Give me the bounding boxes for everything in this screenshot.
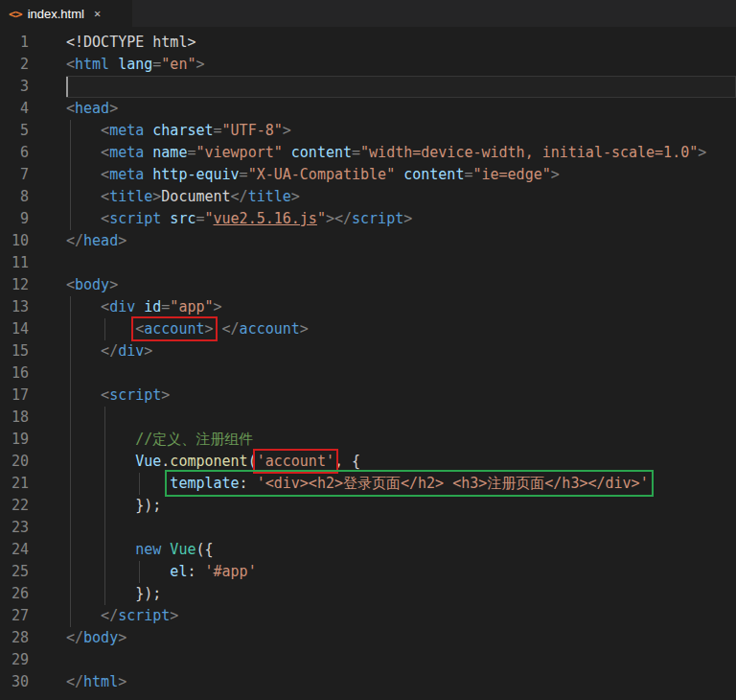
code-line-29[interactable]: 29 — [0, 649, 736, 671]
line-number: 23 — [0, 517, 29, 539]
token: content — [403, 166, 464, 183]
token: </ — [334, 210, 352, 227]
token: div — [109, 298, 135, 315]
token — [395, 166, 403, 183]
code-line-24[interactable]: 24new Vue({ — [0, 539, 736, 561]
token: ({ — [196, 541, 213, 558]
token: </ — [231, 188, 248, 205]
indent-guide — [104, 429, 105, 451]
code-text: </div> — [101, 340, 152, 362]
line-number: 14 — [0, 318, 29, 340]
code-text: <head> — [66, 98, 118, 120]
code-line-21[interactable]: 21template: '<div><h2>登录页面</h2> <h3>注册页面… — [0, 473, 736, 495]
token: html — [75, 56, 109, 73]
token: </ — [66, 629, 83, 646]
indent-guide — [70, 340, 71, 362]
green-annotation-box: template: '<div><h2>登录页面</h2> <h3>注册页面</… — [170, 475, 648, 492]
token: http-equiv — [152, 166, 239, 183]
indent-guide — [70, 362, 71, 385]
indent-guide — [70, 473, 71, 495]
token: > — [144, 342, 152, 360]
token: " — [317, 210, 326, 227]
token: > — [214, 298, 222, 315]
code-line-5[interactable]: 5<meta charset="UTF-8"> — [0, 120, 736, 142]
token: template — [170, 475, 239, 492]
tab-index-html[interactable]: <> index.html ✕ — [0, 0, 132, 27]
token — [144, 166, 152, 183]
code-text: </head> — [66, 230, 126, 252]
token: : — [240, 475, 248, 492]
token: id — [144, 298, 161, 315]
token: < — [66, 56, 75, 73]
code-text: <div id="app"> — [101, 296, 221, 318]
code-line-13[interactable]: 13<div id="app"> — [0, 296, 736, 318]
code-line-9[interactable]: 9<script src="vue2.5.16.js"></script> — [0, 208, 736, 230]
token: = — [214, 122, 222, 139]
token: " — [204, 210, 213, 227]
code-line-27[interactable]: 27</script> — [0, 605, 736, 627]
token: "ie=edge" — [472, 166, 550, 183]
code-text: <html lang="en"> — [66, 54, 205, 76]
line-number: 16 — [0, 362, 29, 385]
token: > — [170, 607, 178, 624]
token: . — [161, 453, 170, 470]
line-number: 7 — [0, 164, 29, 186]
code-line-7[interactable]: 7<meta http-equiv="X-UA-Compatible" cont… — [0, 164, 736, 186]
token: < — [101, 188, 109, 205]
red-annotation-box: <account> — [135, 320, 213, 338]
code-line-22[interactable]: 22}); — [0, 495, 736, 517]
token: new — [135, 541, 161, 558]
code-line-14[interactable]: 14<account> </account> — [0, 318, 736, 340]
code-text: <title>Document</title> — [101, 186, 300, 208]
code-line-6[interactable]: 6<meta name="viewport" content="width=de… — [0, 142, 736, 164]
line-number: 10 — [0, 230, 29, 252]
code-line-19[interactable]: 19//定义、注册组件 — [0, 429, 736, 451]
line-number: 1 — [0, 32, 29, 54]
indent-guide — [70, 186, 71, 208]
token: head — [75, 100, 109, 117]
token: = — [161, 298, 170, 315]
code-line-28[interactable]: 28</body> — [0, 627, 736, 649]
code-text: Vue.component('account', { — [135, 451, 360, 473]
code-line-18[interactable]: 18 — [0, 407, 736, 429]
text-cursor — [66, 77, 68, 97]
code-line-23[interactable]: 23 — [0, 517, 736, 539]
token: "width=device-width, initial-scale=1.0" — [360, 144, 698, 161]
token: > — [291, 188, 300, 205]
code-line-15[interactable]: 15</div> — [0, 340, 736, 362]
code-text: <account> </account> — [135, 318, 309, 340]
close-tab-icon[interactable]: ✕ — [94, 7, 101, 20]
token — [343, 453, 352, 470]
code-text: <script src="vue2.5.16.js"></script> — [101, 208, 412, 230]
code-editor[interactable]: 1<!DOCTYPE html>2<html lang="en">34<head… — [0, 27, 736, 700]
code-line-2[interactable]: 2<html lang="en"> — [0, 54, 736, 76]
token: meta — [109, 166, 144, 183]
code-line-30[interactable]: 30</html> — [0, 671, 736, 693]
code-line-1[interactable]: 1<!DOCTYPE html> — [0, 32, 736, 54]
token: "X-UA-Compatible" — [248, 166, 396, 183]
token: > — [161, 386, 170, 404]
code-line-12[interactable]: 12<body> — [0, 274, 736, 296]
code-line-8[interactable]: 8<title>Document</title> — [0, 186, 736, 208]
token: '<div><h2>登录页面</h2> <h3>注册页面</h3></div>' — [257, 475, 649, 492]
code-line-20[interactable]: 20Vue.component('account', { — [0, 451, 736, 473]
line-number: 6 — [0, 142, 29, 164]
token: > — [283, 122, 291, 139]
code-line-17[interactable]: 17<script> — [0, 385, 736, 407]
code-line-16[interactable]: 16 — [0, 362, 736, 385]
line-number: 11 — [0, 252, 29, 274]
code-line-10[interactable]: 10</head> — [0, 230, 736, 252]
code-text: <meta http-equiv="X-UA-Compatible" conte… — [101, 164, 560, 186]
indent-guide — [104, 451, 105, 473]
token: title — [109, 188, 152, 205]
code-line-11[interactable]: 11 — [0, 252, 736, 274]
line-number: 29 — [0, 649, 29, 671]
token: < — [66, 276, 75, 293]
token: < — [101, 144, 109, 161]
code-line-25[interactable]: 25el: '#app' — [0, 561, 736, 583]
code-line-26[interactable]: 26}); — [0, 583, 736, 605]
code-line-3[interactable]: 3 — [0, 76, 736, 98]
code-line-4[interactable]: 4<head> — [0, 98, 736, 120]
token: < — [135, 320, 144, 338]
token — [144, 144, 152, 161]
